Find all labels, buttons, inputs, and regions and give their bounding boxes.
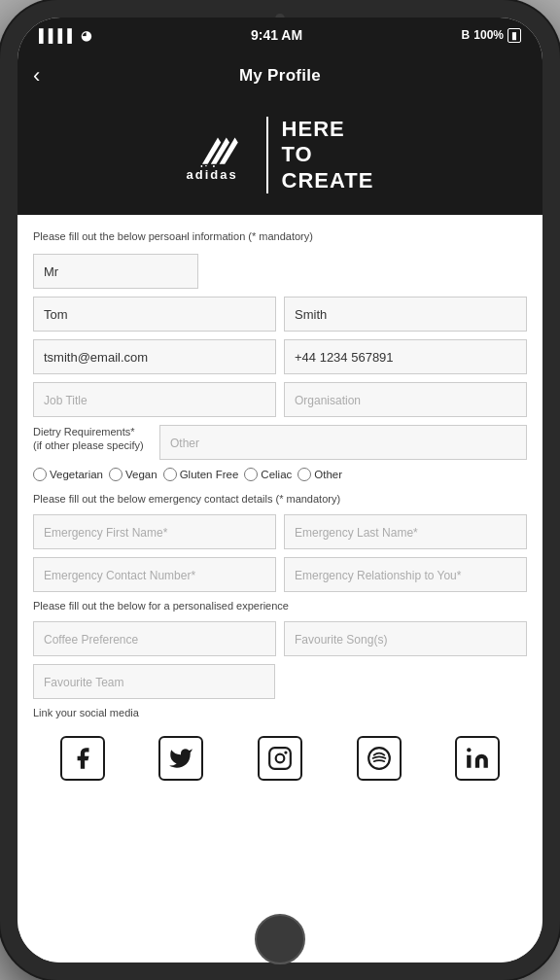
first-name-field[interactable] [33, 297, 276, 332]
battery-indicator: B 100% ▮ [462, 28, 521, 43]
back-button[interactable]: ‹ [33, 63, 40, 88]
social-section-title: Link your social media [33, 707, 527, 718]
radio-vegetarian[interactable]: Vegetarian [33, 468, 103, 481]
phone-field[interactable] [284, 339, 527, 374]
emergency-first-name-field[interactable] [33, 514, 276, 549]
adidas-text: adidas [187, 167, 249, 182]
linkedin-button[interactable] [455, 736, 500, 781]
navigation-bar: ‹ My Profile [18, 52, 542, 99]
phone-device: ▌▌▌▌ ◕ 9:41 AM B 100% ▮ ‹ My Profile [0, 0, 560, 980]
email-field[interactable] [33, 339, 276, 374]
job-row [33, 382, 527, 417]
header-banner: adidas adidas HERE TO CREATE [18, 99, 542, 215]
radio-celiac[interactable]: Celiac [244, 468, 292, 481]
emergency-number-field[interactable] [33, 557, 276, 592]
title-row [33, 254, 527, 289]
emergency-contact-row [33, 557, 527, 592]
battery-text: 100% [473, 28, 504, 42]
home-button[interactable] [255, 914, 305, 964]
personalised-section-title: Please fill out the below for a personal… [33, 600, 527, 612]
radio-gluten-free[interactable]: Gluten Free [163, 468, 239, 481]
signal-indicator: ▌▌▌▌ ◕ [39, 28, 91, 43]
title-field[interactable] [33, 254, 198, 289]
emergency-last-name-field[interactable] [284, 514, 527, 549]
dietary-label: Dietry Requirements* (if other please sp… [33, 425, 150, 453]
dietary-other-field[interactable] [159, 425, 527, 460]
radio-vegan[interactable]: Vegan [109, 468, 158, 481]
radio-other[interactable]: Other [298, 468, 342, 481]
emergency-section-title: Please fill out the below emergency cont… [33, 493, 527, 505]
contact-row [33, 339, 527, 374]
svg-point-9 [467, 748, 471, 752]
preference-row [33, 621, 527, 656]
dietary-row: Dietry Requirements* (if other please sp… [33, 425, 527, 460]
bluetooth-icon: B [462, 28, 471, 42]
battery-icon: ▮ [508, 28, 521, 43]
twitter-button[interactable] [158, 736, 203, 781]
svg-point-7 [284, 752, 287, 754]
social-media-row [33, 728, 527, 781]
personal-info-description: Please fill out the below persoанl infor… [33, 230, 527, 242]
coffee-preference-field[interactable] [33, 621, 276, 656]
team-row [33, 664, 527, 699]
emergency-name-row [33, 514, 527, 549]
svg-point-8 [368, 748, 390, 769]
dietary-radio-group: Vegetarian Vegan Gluten Free Celiac Othe… [33, 468, 527, 481]
instagram-button[interactable] [258, 736, 302, 781]
job-title-field[interactable] [33, 382, 276, 417]
phone-screen: ▌▌▌▌ ◕ 9:41 AM B 100% ▮ ‹ My Profile [18, 18, 542, 962]
last-name-field[interactable] [284, 297, 527, 332]
status-bar: ▌▌▌▌ ◕ 9:41 AM B 100% ▮ [18, 18, 542, 52]
adidas-logo: adidas adidas [187, 128, 249, 182]
spotify-button[interactable] [357, 736, 402, 781]
form-area: Please fill out the below persoанl infor… [18, 215, 542, 962]
facebook-button[interactable] [60, 736, 105, 781]
clock: 9:41 AM [251, 27, 302, 43]
favourite-team-field[interactable] [33, 664, 275, 699]
emergency-relationship-field[interactable] [284, 557, 527, 592]
name-row [33, 297, 527, 332]
page-title: My Profile [239, 66, 321, 86]
svg-point-6 [276, 754, 285, 763]
header-tagline: HERE TO CREATE [266, 117, 374, 193]
favourite-song-field[interactable] [284, 621, 527, 656]
organisation-field[interactable] [284, 382, 527, 417]
svg-rect-5 [269, 748, 291, 769]
